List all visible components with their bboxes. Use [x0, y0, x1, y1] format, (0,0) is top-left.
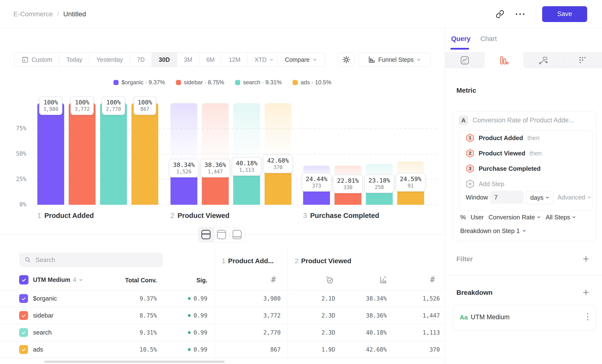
bar-pct: 100%: [106, 99, 121, 106]
count-column-icon[interactable]: #: [430, 275, 435, 284]
measure-prefix[interactable]: %: [460, 214, 466, 221]
range-30d[interactable]: 30D: [152, 53, 177, 67]
window-value-input[interactable]: [490, 191, 524, 204]
count-column-icon[interactable]: #: [271, 275, 276, 284]
window-unit-select[interactable]: days: [526, 191, 554, 204]
bar-value-label: 38.34% 1,526: [169, 159, 199, 177]
layout-chart-only-button[interactable]: [214, 227, 229, 242]
row-checkbox[interactable]: [19, 294, 28, 303]
query-step-3[interactable]: 3 Purchase Completed: [466, 164, 541, 173]
add-step-button[interactable]: Add Step: [466, 179, 504, 189]
add-step-label: Add Step: [479, 180, 504, 188]
kebab-menu-icon[interactable]: [586, 312, 589, 323]
sig-value: 0.99: [194, 295, 207, 302]
save-button[interactable]: Save: [542, 6, 587, 22]
table-row[interactable]: ads 10.5% 0.99 867 1.9D 42.68% 370: [0, 341, 445, 358]
step-number: 2: [295, 257, 299, 265]
chart-type-button[interactable]: Funnel Steps: [358, 53, 430, 67]
time-to-convert-icon[interactable]: [325, 275, 334, 285]
tab-more-reports[interactable]: [563, 52, 602, 68]
advanced-toggle[interactable]: Advanced: [558, 191, 591, 204]
report-type-tabs: [445, 52, 602, 68]
chart-settings-button[interactable]: [338, 53, 355, 67]
row-total-conv: 8.75%: [109, 307, 157, 324]
bar-value-label: 100% 3,980: [39, 96, 62, 115]
row-checkbox[interactable]: [19, 328, 28, 337]
funnel-bar[interactable]: [100, 103, 127, 205]
total-conv-header[interactable]: Total Conv.: [109, 277, 157, 284]
row-step1-count: 3,980: [233, 290, 281, 307]
retention-icon: [539, 56, 548, 65]
share-link-icon[interactable]: [491, 6, 509, 23]
step-number-hex-badge: 1: [466, 133, 474, 142]
measure-entity[interactable]: User: [471, 214, 484, 221]
query-step-1[interactable]: 1 Product Addedthen: [466, 133, 539, 143]
add-filter-button[interactable]: [582, 255, 590, 262]
breakdown-on-select[interactable]: Breakdown on Step 1: [460, 226, 526, 236]
tab-query[interactable]: Query: [451, 35, 471, 43]
range-7d[interactable]: 7D: [130, 53, 152, 67]
step-number: 1: [222, 257, 226, 265]
table-row[interactable]: $organic 9.37% 0.99 3,980 2.1D 38.34% 1,…: [0, 290, 445, 307]
add-breakdown-button[interactable]: [582, 289, 590, 296]
funnels-icon: [500, 56, 509, 65]
chart-step-label: 2 Product Viewed: [171, 212, 229, 220]
funnel-bar[interactable]: [37, 103, 64, 205]
bar-pct: 38.36%: [204, 161, 226, 169]
breadcrumb-title[interactable]: Untitled: [63, 10, 86, 18]
tab-retention[interactable]: [524, 52, 563, 68]
range-6m[interactable]: 6M: [199, 53, 222, 67]
conversion-rate-column-icon[interactable]: %: [379, 275, 388, 285]
sig-value: 0.99: [194, 329, 207, 336]
funnel-bar[interactable]: [69, 103, 96, 205]
legend-item-organic[interactable]: $organic · 9.37%: [114, 79, 165, 86]
select-all-checkbox[interactable]: [19, 275, 29, 285]
step-name: Purchase Completed: [310, 212, 379, 220]
step-then-label: then: [530, 150, 542, 157]
gear-icon: [342, 55, 351, 64]
range-label: XTD: [255, 56, 267, 63]
legend-item-ads[interactable]: ads · 10.5%: [293, 79, 331, 86]
table-step-header: 1 Product Add...: [222, 256, 274, 266]
sig-header[interactable]: Sig.: [172, 277, 207, 284]
table-row[interactable]: sidebar 8.75% 0.99 3,772 2.3D 38.36% 1,4…: [0, 307, 445, 324]
tab-funnels[interactable]: [484, 52, 524, 68]
legend-item-search[interactable]: search · 9.31%: [235, 79, 282, 86]
metric-heading: Metric: [456, 87, 476, 94]
measure-type-select[interactable]: Conversion Rate: [488, 214, 541, 221]
layout-toggle: [198, 227, 245, 242]
step-name: Product Added: [44, 212, 94, 220]
table-step-header: 2 Product Viewed: [295, 256, 351, 266]
query-step-2[interactable]: 2 Product Viewedthen: [466, 149, 542, 158]
search-input[interactable]: [35, 256, 163, 264]
breakdown-column-header[interactable]: UTM Medium 4: [33, 275, 83, 285]
range-yesterday[interactable]: Yesterday: [90, 53, 130, 67]
funnel-bar[interactable]: [131, 103, 158, 205]
tab-insights[interactable]: [445, 52, 484, 68]
range-custom[interactable]: Custom: [15, 53, 59, 67]
range-3m[interactable]: 3M: [177, 53, 199, 67]
legend-item-sidebar[interactable]: sidebar · 8.75%: [176, 79, 224, 86]
layout-split-button[interactable]: [198, 227, 214, 242]
table-row[interactable]: search 9.31% 0.99 2,770 2.3D 40.18% 1,11…: [0, 324, 445, 341]
breadcrumb-workspace[interactable]: E-Commerce: [13, 10, 53, 18]
range-xtd[interactable]: XTD: [247, 53, 281, 67]
row-checkbox[interactable]: [19, 345, 28, 354]
measure-scope-select[interactable]: All Steps: [546, 214, 576, 221]
funnel-bar-ghost: [171, 103, 197, 166]
row-step2-time: 2.3D: [287, 324, 335, 341]
more-menu-button[interactable]: [509, 6, 532, 23]
compare-button[interactable]: Compare: [277, 53, 325, 67]
tab-chart[interactable]: Chart: [480, 35, 497, 43]
range-12m[interactable]: 12M: [222, 53, 247, 67]
range-today[interactable]: Today: [59, 53, 90, 67]
row-step2-time: 1.9D: [287, 341, 335, 358]
legend-label: ads · 10.5%: [301, 79, 331, 86]
horizontal-scrollbar[interactable]: [44, 361, 225, 363]
row-checkbox[interactable]: [19, 311, 28, 320]
header-actions: Save: [491, 0, 602, 28]
step-event-name: Purchase Completed: [479, 165, 541, 172]
sig-dot: [188, 314, 191, 317]
layout-table-only-button[interactable]: [229, 227, 245, 242]
metric-title[interactable]: Conversion Rate of Product Adde...: [473, 116, 574, 125]
